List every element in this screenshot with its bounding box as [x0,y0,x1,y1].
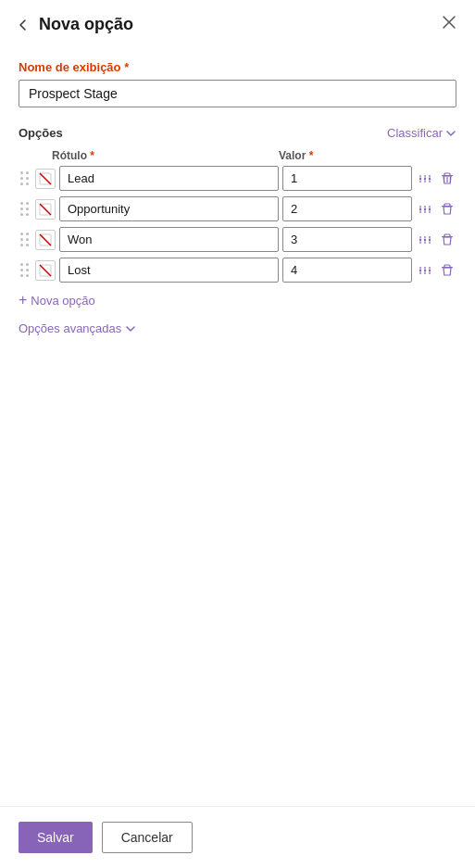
modal-header: Nova opção [0,0,475,45]
svg-point-41 [419,269,421,270]
back-button[interactable] [15,17,31,33]
svg-point-3 [424,177,426,179]
sort-button[interactable]: Classificar [387,126,456,140]
options-label: Opções [19,126,63,140]
svg-point-17 [419,208,421,209]
drag-handle[interactable] [19,171,31,186]
delete-icon[interactable] [438,231,456,249]
svg-point-29 [419,238,421,240]
option-label-input[interactable] [59,166,279,191]
advanced-options-button[interactable]: Opções avançadas [19,321,136,335]
display-name-field: Nome de exibição * [19,60,456,107]
column-headers: Rótulo * Valor * [19,149,456,166]
option-value-input[interactable] [282,196,412,221]
add-option-button[interactable]: + Nova opção [19,292,95,308]
modal-container: Nova opção Nome de exibição * Opções Cla… [0,0,475,868]
option-row [19,196,456,221]
svg-point-19 [429,208,431,209]
svg-point-31 [429,238,431,240]
svg-line-1 [40,173,51,184]
svg-point-4 [429,177,431,179]
color-picker-icon[interactable] [35,199,56,220]
properties-icon[interactable] [416,170,434,188]
modal-body: Nome de exibição * Opções Classificar Ró… [0,45,475,868]
option-value-input[interactable] [282,166,412,191]
col-header-value: Valor * [279,149,408,162]
drag-handle[interactable] [19,202,31,217]
svg-line-40 [40,265,51,276]
options-header: Opções Classificar [19,126,456,140]
svg-line-16 [40,204,51,215]
option-row [19,166,456,191]
delete-icon[interactable] [438,261,456,280]
cancel-button[interactable]: Cancelar [102,822,193,853]
save-button[interactable]: Salvar [19,822,93,853]
properties-icon[interactable] [416,200,434,219]
delete-icon[interactable] [438,170,456,188]
svg-point-43 [429,269,431,270]
display-name-input[interactable] [19,80,456,107]
properties-icon[interactable] [416,261,434,280]
drag-handle[interactable] [19,233,31,247]
option-label-input[interactable] [59,258,279,283]
svg-rect-13 [446,177,447,182]
option-row [19,227,456,252]
color-picker-icon[interactable] [35,260,56,281]
display-name-label: Nome de exibição * [19,60,456,74]
option-label-input[interactable] [59,196,279,221]
col-header-label: Rótulo * [52,149,271,162]
option-label-input[interactable] [59,227,279,252]
svg-line-28 [40,234,51,245]
modal-title: Nova opção [39,15,442,34]
svg-point-18 [424,208,426,209]
svg-point-30 [424,238,426,240]
delete-icon[interactable] [438,200,456,219]
option-row [19,258,456,283]
svg-point-42 [424,269,426,270]
option-value-input[interactable] [282,258,412,283]
properties-icon[interactable] [416,231,434,249]
color-picker-icon[interactable] [35,230,56,250]
close-button[interactable] [442,15,456,34]
options-list [19,166,456,283]
color-picker-icon[interactable] [35,169,56,189]
modal-footer: Salvar Cancelar [0,806,475,868]
svg-point-2 [419,177,421,179]
options-section: Opções Classificar Rótulo * Valor * [19,126,456,335]
drag-handle[interactable] [19,263,31,278]
option-value-input[interactable] [282,227,412,252]
